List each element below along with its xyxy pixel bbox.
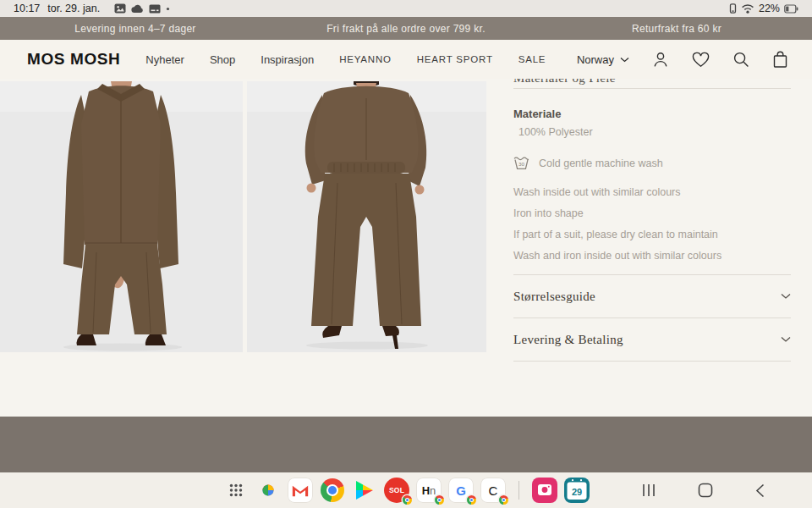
gmail-app[interactable] bbox=[288, 478, 313, 503]
product-image-front[interactable] bbox=[0, 81, 243, 352]
hn-shortcut[interactable]: Hn bbox=[416, 478, 442, 503]
menu-item-nyheter[interactable]: Nyheter bbox=[145, 53, 184, 66]
google-g-icon: G bbox=[456, 483, 466, 498]
cart-button[interactable] bbox=[772, 51, 788, 69]
c-shortcut[interactable]: C bbox=[480, 478, 506, 503]
sol-shortcut[interactable]: SOL bbox=[384, 478, 409, 503]
country-label: Norway bbox=[577, 53, 614, 66]
menu-item-inspirasjon[interactable]: Inspirasjon bbox=[261, 53, 314, 66]
google-shortcut[interactable]: G bbox=[448, 478, 474, 503]
back-icon bbox=[755, 483, 765, 498]
back-button[interactable] bbox=[755, 483, 765, 498]
wishlist-button[interactable] bbox=[692, 52, 710, 68]
clock: 10:17 bbox=[14, 3, 40, 14]
taskbar-apps: SOL Hn G C 29 bbox=[223, 477, 590, 504]
accordion-label: Levering & Betaling bbox=[513, 333, 623, 347]
main-navbar: MOS MOSH Nyheter Shop Inspirasjon HEYANN… bbox=[0, 40, 812, 79]
section-title-cut: Materialer og Pleie bbox=[513, 79, 616, 86]
chrome-badge-icon bbox=[499, 495, 508, 505]
account-button[interactable] bbox=[652, 51, 669, 68]
google-play-icon bbox=[356, 481, 373, 500]
calendar-app[interactable]: 29 bbox=[564, 478, 590, 503]
svg-text:30: 30 bbox=[518, 161, 524, 167]
machine-wash-icon: 30 bbox=[513, 156, 529, 170]
instagram-icon bbox=[532, 478, 557, 503]
chrome-badge-icon bbox=[435, 495, 444, 505]
photo-notification-icon bbox=[114, 3, 126, 14]
accordion-size-guide[interactable]: Størrelsesguide bbox=[513, 275, 791, 318]
chevron-down-icon bbox=[781, 336, 791, 343]
promo-banner: Levering innen 4–7 dager Fri frakt på al… bbox=[0, 17, 812, 40]
menu-item-sale[interactable]: SALE bbox=[518, 54, 546, 64]
google-photos-app[interactable] bbox=[255, 478, 281, 503]
battery-percent: 22% bbox=[759, 3, 780, 14]
home-button[interactable] bbox=[698, 483, 713, 498]
accordion-label: Størrelsesguide bbox=[513, 290, 595, 304]
care-line: Wash and iron inside out with similar co… bbox=[513, 250, 791, 262]
google-play-app[interactable] bbox=[352, 478, 377, 503]
menu-item-heart-sport[interactable]: HEART SPORT bbox=[417, 54, 493, 64]
battery-icon bbox=[784, 4, 798, 14]
chrome-badge-icon bbox=[467, 495, 476, 505]
care-line: Iron into shape bbox=[513, 207, 791, 219]
more-notifications-dot bbox=[166, 7, 170, 11]
account-icon bbox=[652, 51, 669, 68]
care-line: If part of a suit, please dry clean to m… bbox=[513, 229, 791, 240]
material-value: 100% Polyester bbox=[513, 126, 791, 138]
shopping-bag-icon bbox=[772, 51, 788, 69]
gmail-icon bbox=[291, 483, 310, 498]
status-bar: 10:17 tor. 29. jan. 22% bbox=[0, 0, 812, 17]
app-grid-icon bbox=[229, 483, 243, 497]
heart-icon bbox=[692, 52, 710, 68]
country-selector[interactable]: Norway bbox=[577, 53, 629, 66]
material-label: Materiale bbox=[513, 108, 791, 120]
chevron-down-icon bbox=[620, 57, 629, 63]
cloud-notification-icon bbox=[131, 4, 144, 14]
search-button[interactable] bbox=[732, 51, 749, 68]
accordion-delivery-payment[interactable]: Levering & Betaling bbox=[513, 318, 791, 362]
c-icon: C bbox=[489, 483, 498, 498]
wash-instruction-row: 30 Cold gentle machine wash bbox=[513, 156, 791, 170]
wifi-icon bbox=[741, 3, 754, 14]
recents-button[interactable] bbox=[642, 483, 656, 497]
chrome-app[interactable] bbox=[320, 478, 345, 503]
chrome-icon bbox=[321, 478, 344, 502]
menu-item-heyanno[interactable]: HEYANNO bbox=[339, 54, 392, 64]
tablet-screen: 10:17 tor. 29. jan. 22% Levering innen 4… bbox=[0, 0, 812, 508]
page-footer bbox=[0, 417, 812, 472]
date: tor. 29. jan. bbox=[47, 3, 100, 14]
brand-logo[interactable]: MOS MOSH bbox=[27, 50, 120, 69]
taskbar-separator bbox=[518, 481, 519, 500]
menu-item-shop[interactable]: Shop bbox=[210, 53, 235, 66]
wash-note: Cold gentle machine wash bbox=[539, 157, 663, 169]
card-notification-icon bbox=[149, 4, 161, 14]
device-status-icon bbox=[729, 3, 737, 14]
calendar-icon: 29 bbox=[564, 478, 590, 503]
search-icon bbox=[732, 51, 749, 68]
system-nav-buttons bbox=[642, 477, 765, 504]
recents-icon bbox=[642, 483, 656, 497]
section-materials-care[interactable]: Materialer og Pleie bbox=[513, 79, 791, 89]
instagram-app[interactable] bbox=[532, 478, 557, 503]
app-grid-button[interactable] bbox=[223, 478, 249, 503]
care-line: Wash inside out with similar colours bbox=[513, 186, 791, 198]
care-instructions: Wash inside out with similar colours Iro… bbox=[513, 186, 791, 262]
chrome-badge-icon bbox=[403, 495, 412, 505]
main-menu: Nyheter Shop Inspirasjon HEYANNO HEART S… bbox=[145, 53, 546, 66]
promo-delivery: Levering innen 4–7 dager bbox=[0, 23, 271, 35]
promo-returns: Returfrakt fra 60 kr bbox=[541, 23, 812, 35]
home-icon bbox=[698, 483, 713, 498]
hn-icon: H bbox=[422, 484, 430, 497]
taskbar: SOL Hn G C 29 bbox=[0, 472, 812, 508]
promo-free-shipping: Fri frakt på alle ordre over 799 kr. bbox=[271, 23, 541, 35]
chevron-down-icon bbox=[781, 293, 791, 300]
product-details-panel: Materialer og Pleie Materiale 100% Polye… bbox=[513, 79, 791, 362]
product-image-back[interactable] bbox=[247, 81, 486, 352]
svg-text:29: 29 bbox=[572, 487, 582, 497]
google-photos-icon bbox=[256, 478, 280, 502]
